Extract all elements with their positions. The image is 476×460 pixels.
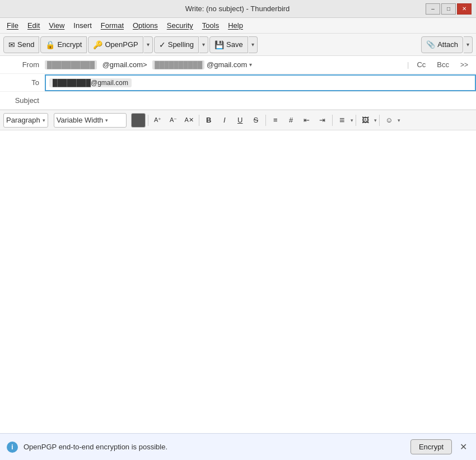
emoji-dropdown-arrow: ▾	[398, 118, 400, 123]
menu-format[interactable]: Format	[96, 20, 128, 31]
compose-body[interactable]	[0, 130, 476, 433]
paragraph-style-select[interactable]: Paragraph ▾	[3, 113, 48, 128]
from-domain: @gmail.com	[207, 60, 247, 69]
cc-button[interactable]: Cc	[413, 59, 429, 70]
menu-options[interactable]: Options	[128, 20, 162, 31]
menu-security[interactable]: Security	[162, 20, 198, 31]
attach-icon: 📎	[426, 40, 435, 49]
bold-button[interactable]: B	[202, 113, 216, 128]
italic-button[interactable]: I	[217, 113, 232, 128]
chevron-down-icon-2: ▾	[202, 41, 205, 48]
send-button[interactable]: ✉ Send	[3, 36, 39, 53]
encrypt-button[interactable]: 🔒 Encrypt	[40, 36, 87, 53]
header-fields: From ██████████ @gmail.com> ██████████ @…	[0, 56, 476, 110]
to-row: To ████████ @gmail.com	[0, 74, 476, 92]
from-address-area: ██████████ @gmail.com> ██████████ @gmail…	[45, 57, 407, 72]
decrease-size-button[interactable]: A⁻	[166, 113, 181, 128]
indent-button[interactable]: ⇥	[315, 113, 330, 128]
from-redacted-2: ██████████	[152, 60, 204, 69]
text-color-button[interactable]	[131, 113, 146, 128]
bcc-button[interactable]: Bcc	[433, 59, 452, 70]
window-title: Write: (no subject) - Thunderbird	[49, 4, 426, 13]
font-select[interactable]: Variable Width ▾	[54, 113, 127, 128]
expand-button[interactable]: >>	[457, 60, 472, 70]
menu-insert[interactable]: Insert	[69, 20, 96, 31]
attach-button[interactable]: 📎 Attach	[421, 36, 463, 53]
paragraph-dropdown-arrow: ▾	[43, 118, 45, 123]
spelling-button[interactable]: ✓ Spelling	[154, 36, 199, 53]
increase-size-button[interactable]: A⁺	[151, 113, 165, 128]
from-redacted-1: ██████████	[45, 60, 97, 69]
title-bar: Write: (no subject) - Thunderbird – □ ✕	[0, 0, 476, 18]
to-domain: @gmail.com	[91, 79, 128, 87]
from-row: From ██████████ @gmail.com> ██████████ @…	[0, 56, 476, 74]
menu-tools[interactable]: Tools	[198, 20, 223, 31]
subject-input[interactable]	[45, 94, 476, 107]
to-recipient-tag: ████████ @gmail.com	[49, 78, 132, 87]
openpgp-button[interactable]: 🔑 OpenPGP	[88, 36, 143, 53]
strikethrough-button[interactable]: S	[249, 113, 263, 128]
ordered-list-button[interactable]: #	[284, 113, 298, 128]
from-dropdown-arrow[interactable]: ▾	[247, 62, 254, 68]
notification-text: OpenPGP end-to-end encryption is possibl…	[24, 443, 405, 451]
menu-bar: File Edit View Insert Format Options Sec…	[0, 18, 476, 34]
outdent-button[interactable]: ⇤	[300, 113, 314, 128]
to-redacted: ████████	[53, 79, 91, 87]
insert-image-button[interactable]: 🖼	[358, 113, 373, 128]
menu-file[interactable]: File	[2, 20, 23, 31]
remove-format-button[interactable]: A✕	[182, 113, 197, 128]
chevron-down-icon: ▾	[147, 41, 150, 48]
to-input-area[interactable]: ████████ @gmail.com	[45, 74, 476, 91]
to-label: To	[0, 78, 45, 87]
openpgp-icon: 🔑	[93, 40, 102, 49]
close-notification-button[interactable]: ✕	[458, 439, 469, 454]
chevron-down-icon-3: ▾	[251, 41, 254, 48]
emoji-button[interactable]: ☺	[382, 113, 396, 128]
spelling-icon: ✓	[159, 40, 166, 49]
attach-dropdown-button[interactable]: ▾	[464, 36, 473, 53]
menu-view[interactable]: View	[44, 20, 69, 31]
to-input[interactable]	[133, 78, 473, 87]
maximize-button[interactable]: □	[441, 3, 456, 15]
main-toolbar: ✉ Send 🔒 Encrypt 🔑 OpenPGP ▾ ✓ Spelling …	[0, 34, 476, 56]
subject-label: Subject	[0, 96, 45, 105]
align-dropdown-arrow: ▾	[351, 118, 353, 123]
encrypt-notification-button[interactable]: Encrypt	[410, 439, 452, 454]
send-icon: ✉	[8, 40, 15, 49]
from-email: @gmail.com>	[99, 59, 151, 70]
minimize-button[interactable]: –	[426, 3, 440, 15]
openpgp-dropdown-button[interactable]: ▾	[144, 36, 153, 53]
underline-button[interactable]: U	[233, 113, 248, 128]
close-button[interactable]: ✕	[457, 3, 472, 15]
image-dropdown-arrow: ▾	[374, 118, 377, 123]
encrypt-icon: 🔒	[45, 40, 55, 49]
window-controls: – □ ✕	[426, 3, 472, 15]
save-button[interactable]: 💾 Save	[209, 36, 248, 53]
menu-edit[interactable]: Edit	[23, 20, 44, 31]
from-cc-area: | Cc Bcc >>	[407, 59, 476, 70]
format-toolbar: Paragraph ▾ Variable Width ▾ A⁺ A⁻ A✕ B …	[0, 110, 476, 130]
save-icon: 💾	[214, 40, 224, 49]
menu-help[interactable]: Help	[223, 20, 248, 31]
from-label: From	[0, 60, 45, 69]
spelling-dropdown-button[interactable]: ▾	[199, 36, 208, 53]
unordered-list-button[interactable]: ≡	[268, 113, 283, 128]
align-button[interactable]: ≡	[335, 113, 349, 128]
save-dropdown-button[interactable]: ▾	[249, 36, 258, 53]
font-dropdown-arrow: ▾	[105, 118, 108, 123]
notification-bar: i OpenPGP end-to-end encryption is possi…	[0, 433, 476, 460]
subject-row: Subject	[0, 92, 476, 110]
info-icon: i	[7, 442, 18, 453]
chevron-down-icon-4: ▾	[466, 41, 469, 48]
